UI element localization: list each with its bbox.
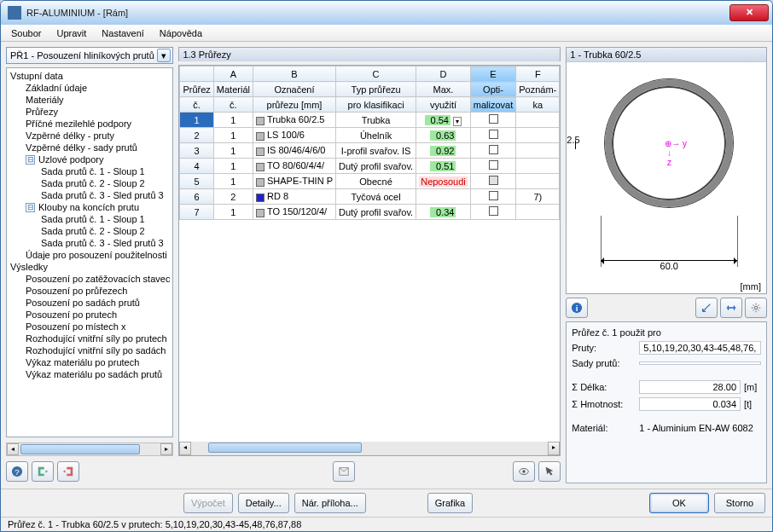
svg-text:?: ? — [15, 467, 19, 477]
dim-width: 60.0 — [601, 260, 737, 271]
table-row[interactable]: 62RD 8Tyčová ocel7) — [180, 189, 560, 205]
table-row[interactable]: 71TO 150/120/4/Dutý profil svařov.0.34 — [180, 205, 560, 220]
info-panel: Průřez č. 1 použit pro Pruty: 5,10,19,20… — [566, 321, 767, 483]
chevron-down-icon: ▾ — [157, 49, 171, 62]
checkbox[interactable] — [489, 191, 498, 200]
export-button[interactable] — [57, 461, 79, 482]
cancel-button[interactable]: Storno — [714, 493, 765, 513]
section-preview: 1 - Trubka 60/2.5 ⊕→ y ↓ z 2.5 60.0 [mm] — [566, 47, 767, 294]
nat-annex-button[interactable]: Nár. příloha... — [294, 493, 366, 513]
axis-icon: ⊕→ y ↓ z — [665, 139, 687, 167]
table-scrollbar[interactable]: ◂ ▸ — [179, 442, 560, 455]
tree-item[interactable]: Posouzení po místech x — [7, 321, 172, 332]
window-title: RF-ALUMINIUM - [Rám] — [26, 8, 729, 18]
library-button[interactable] — [333, 461, 355, 482]
settings-button[interactable] — [745, 298, 767, 318]
menu-bar: Soubor Upravit Nastavení Nápověda — [1, 25, 772, 42]
dim-thickness-text: 2.5 — [567, 135, 579, 145]
details-button[interactable]: Detaily... — [238, 493, 289, 513]
table-row[interactable]: 51SHAPE-THIN PObecnéNeposoudi — [180, 174, 560, 189]
tree-item[interactable]: Posouzení po zatěžovacích stavec — [7, 273, 172, 285]
tree-item[interactable]: Rozhodující vnitřní síly po sadách — [7, 344, 172, 356]
tree-item[interactable]: Posouzení po sadách prutů — [7, 297, 172, 309]
table-row[interactable]: 11Trubka 60/2.5Trubka0.54 ▾ — [180, 113, 560, 128]
scroll-left-icon[interactable]: ◂ — [7, 443, 19, 455]
cross-sections-table[interactable]: ABCDEFPrůřezMateriálOznačeníTyp průřezuM… — [178, 65, 561, 456]
tree-scrollbar[interactable]: ◂ ▸ — [6, 442, 173, 456]
checkbox[interactable] — [489, 145, 498, 154]
tree-item[interactable]: Posouzení po prutech — [7, 309, 172, 321]
tree-item[interactable]: Výsledky — [7, 261, 172, 273]
status-bar: Průřez č. 1 - Trubka 60/2.5 v prutech: 5… — [1, 517, 772, 531]
tree-item[interactable]: Výkaz materiálu po prutech — [7, 356, 172, 368]
preview-title: 1 - Trubka 60/2.5 — [567, 48, 766, 62]
menu-soubor[interactable]: Soubor — [4, 26, 48, 40]
case-combo[interactable]: PŘ1 - Posouzení hliníkových prutů ▾ — [6, 47, 173, 64]
menu-upravit[interactable]: Upravit — [49, 26, 93, 40]
navigator-tree[interactable]: Vstupní dataZákladní údajeMateriályPrůře… — [6, 67, 173, 437]
tree-item[interactable]: Sada prutů č. 3 - Sled prutů 3 — [7, 237, 172, 249]
members-label: Pruty: — [572, 343, 636, 353]
scroll-thumb[interactable] — [20, 444, 140, 454]
import-button[interactable] — [32, 461, 54, 482]
mass-label: Σ Hmotnost: — [572, 399, 636, 409]
tree-item[interactable]: Posouzení po průřezech — [7, 285, 172, 297]
sets-value — [639, 361, 761, 365]
tree-item[interactable]: Materiály — [7, 94, 172, 106]
tree-item[interactable]: Základní údaje — [7, 82, 172, 94]
tree-item[interactable]: Sada prutů č. 1 - Sloup 1 — [7, 213, 172, 225]
tree-item[interactable]: Výkaz materiálu po sadách prutů — [7, 368, 172, 380]
sets-label: Sady prutů: — [572, 358, 636, 368]
ok-button[interactable]: OK — [649, 493, 709, 513]
material-value: 1 - Aluminium EN-AW 6082 — [639, 423, 761, 433]
tree-item[interactable]: Vzpěrné délky - sady prutů — [7, 142, 172, 153]
tree-item[interactable]: Příčné mezilehlé podpory — [7, 118, 172, 130]
tree-item[interactable]: Klouby na koncích prutu — [7, 201, 172, 213]
scroll-left-icon[interactable]: ◂ — [179, 442, 191, 455]
close-button[interactable]: ✕ — [729, 4, 769, 21]
checkbox[interactable] — [489, 114, 498, 124]
table-row[interactable]: 21LS 100/6Úhelník0.63 — [180, 128, 560, 143]
tree-item[interactable]: Uzlové podpory — [7, 153, 172, 165]
tree-item[interactable]: Rozhodující vnitřní síly po prutech — [7, 332, 172, 344]
axis-button[interactable] — [695, 298, 718, 318]
table-title: 1.3 Průřezy — [178, 47, 561, 61]
help-button[interactable]: ? — [6, 461, 28, 482]
tree-item[interactable]: Sada prutů č. 2 - Sloup 2 — [7, 177, 172, 189]
mass-unit: [t] — [744, 399, 761, 409]
checkbox[interactable] — [489, 176, 498, 185]
select-button[interactable] — [538, 461, 561, 482]
view-button[interactable] — [513, 461, 535, 482]
graphics-button[interactable]: Grafika — [427, 493, 473, 513]
info-button[interactable]: i — [566, 298, 588, 318]
checkbox[interactable] — [489, 160, 498, 170]
checkbox[interactable] — [489, 206, 498, 216]
material-label: Materiál: — [572, 423, 636, 433]
preview-unit: [mm] — [741, 281, 761, 292]
scroll-thumb[interactable] — [208, 442, 362, 453]
checkbox[interactable] — [489, 130, 498, 139]
scroll-right-icon[interactable]: ▸ — [160, 443, 172, 455]
calculate-button[interactable]: Výpočet — [183, 493, 233, 513]
tree-item[interactable]: Průřezy — [7, 106, 172, 118]
length-unit: [m] — [744, 382, 761, 392]
table-row[interactable]: 31IS 80/46/4/6/0I-profil svařov. IS0.92 — [180, 143, 560, 159]
menu-napoveda[interactable]: Nápověda — [153, 26, 209, 40]
tree-item[interactable]: Sada prutů č. 2 - Sloup 2 — [7, 225, 172, 237]
tree-item[interactable]: Vstupní data — [7, 70, 172, 82]
scroll-right-icon[interactable]: ▸ — [548, 442, 560, 455]
table-row[interactable]: 41TO 80/60/4/4/Dutý profil svařov.0.51 — [180, 159, 560, 174]
tree-item[interactable]: Vzpěrné délky - pruty — [7, 130, 172, 142]
members-value: 5,10,19,20,30,43-45,48,76, — [639, 341, 761, 355]
svg-point-3 — [523, 470, 526, 473]
tree-item[interactable]: Sada prutů č. 3 - Sled prutů 3 — [7, 189, 172, 201]
svg-point-6 — [754, 306, 758, 309]
mass-value: 0.034 — [639, 397, 741, 411]
length-label: Σ Délka: — [572, 382, 636, 392]
info-heading: Průřez č. 1 použit pro — [572, 327, 761, 338]
dimension-button[interactable] — [720, 298, 742, 318]
tree-item[interactable]: Údaje pro posouzení použitelnosti — [7, 249, 172, 261]
tree-item[interactable]: Sada prutů č. 1 - Sloup 1 — [7, 165, 172, 177]
menu-nastaveni[interactable]: Nastavení — [95, 26, 151, 40]
app-icon — [8, 6, 21, 20]
